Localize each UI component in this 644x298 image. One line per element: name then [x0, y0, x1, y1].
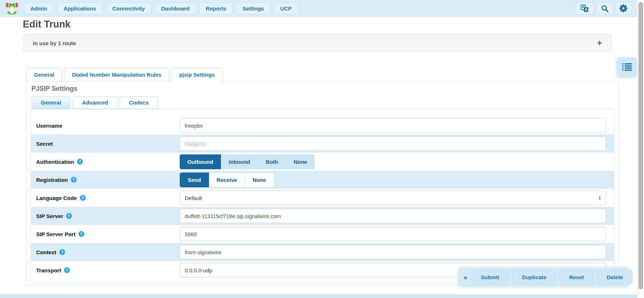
- freepbx-admin-page: AdminApplicationsConnectivityDashboardRe…: [0, 0, 644, 298]
- secret-input[interactable]: HvQpr1s: [180, 136, 606, 151]
- transport-label: Transport: [36, 267, 61, 273]
- control-cell: freepbx: [180, 118, 614, 133]
- sip-server-label: SIP Server: [36, 213, 63, 219]
- form-action-bar: » SubmitDuplicateResetDelete: [459, 268, 629, 287]
- control-cell: OutboundInboundBothNone: [180, 154, 614, 169]
- authentication-option-outbound[interactable]: Outbound: [180, 154, 221, 169]
- field-label-cell: Language Code?: [36, 195, 180, 201]
- sip-server-port-label: SIP Server Port: [36, 231, 76, 237]
- help-icon[interactable]: ?: [71, 177, 77, 183]
- nav-item-connectivity[interactable]: Connectivity: [106, 3, 152, 14]
- language-icon: A: [581, 5, 589, 12]
- help-icon[interactable]: ?: [66, 213, 72, 219]
- usage-text: In use by 1 route: [33, 40, 76, 46]
- field-label-cell: Authentication?: [36, 159, 180, 165]
- context-input[interactable]: from-signalwire: [180, 245, 606, 259]
- select-caret-icon: ▲▼: [598, 195, 601, 200]
- secret-label: Secret: [36, 141, 53, 147]
- gear-icon: [619, 4, 628, 13]
- duplicate-button[interactable]: Duplicate: [512, 270, 556, 284]
- control-cell: duffett-113115cf718e.sip.signalwire.com: [180, 209, 614, 223]
- subtab-general[interactable]: General: [31, 96, 71, 109]
- section-title: PJSIP Settings: [31, 85, 614, 93]
- reset-button[interactable]: Reset: [560, 270, 593, 284]
- footer-strip: [0, 294, 644, 298]
- help-icon[interactable]: ?: [59, 249, 65, 255]
- context-value: from-signalwire: [185, 249, 222, 255]
- username-value: freepbx: [185, 123, 203, 129]
- nav-icon-buttons: A: [575, 2, 632, 14]
- subtab-codecs[interactable]: Codecs: [120, 96, 158, 109]
- usage-panel: In use by 1 route +: [23, 34, 612, 52]
- field-row-authentication: Authentication?OutboundInboundBothNone: [31, 153, 614, 171]
- help-icon[interactable]: ?: [80, 195, 86, 201]
- authentication-radio-group: OutboundInboundBothNone: [180, 154, 315, 169]
- username-label: Username: [36, 123, 63, 129]
- search-button[interactable]: [596, 2, 613, 14]
- settings-gear-button[interactable]: [615, 2, 632, 14]
- authentication-label: Authentication: [36, 159, 74, 165]
- registration-label: Registration: [36, 177, 68, 183]
- trunk-tabs: GeneralDialed Number Manipulation Rulesp…: [26, 68, 225, 81]
- language-code-value: Default: [185, 195, 202, 201]
- authentication-option-inbound[interactable]: Inbound: [221, 154, 258, 169]
- field-row-sip-server: SIP Server?duffett-113115cf718e.sip.sign…: [31, 207, 614, 225]
- field-label-cell: Context?: [36, 249, 180, 255]
- nav-item-settings[interactable]: Settings: [236, 3, 270, 14]
- control-cell: Default▲▼: [180, 191, 614, 205]
- subtab-advanced[interactable]: Advanced: [73, 96, 118, 109]
- field-label-cell: Transport?: [36, 267, 180, 273]
- collapse-chevron-icon[interactable]: »: [464, 273, 468, 281]
- field-row-sip-server-port: SIP Server Port?5060: [31, 225, 614, 243]
- field-label-cell: Username: [36, 123, 180, 129]
- authentication-option-none[interactable]: None: [286, 154, 315, 169]
- delete-button[interactable]: Delete: [597, 270, 632, 284]
- control-cell: HvQpr1s: [180, 136, 614, 151]
- nav-item-reports[interactable]: Reports: [199, 3, 233, 14]
- field-row-context: Context?from-signalwire: [31, 243, 614, 261]
- nav-item-dashboard[interactable]: Dashboard: [155, 3, 196, 14]
- submit-button[interactable]: Submit: [472, 270, 509, 284]
- sip-server-port-input[interactable]: 5060: [180, 227, 606, 241]
- trunk-list-button[interactable]: [617, 58, 637, 76]
- help-icon[interactable]: ?: [64, 267, 70, 273]
- control-cell: from-signalwire: [180, 245, 614, 259]
- help-icon[interactable]: ?: [77, 159, 83, 165]
- registration-option-send[interactable]: Send: [180, 173, 209, 187]
- username-input[interactable]: freepbx: [180, 118, 606, 133]
- field-label-cell: SIP Server?: [36, 213, 180, 219]
- scrollbar-thumb[interactable]: [639, 2, 643, 289]
- tab-general[interactable]: General: [26, 68, 62, 81]
- field-label-cell: SIP Server Port?: [36, 231, 180, 237]
- authentication-option-both[interactable]: Both: [258, 154, 286, 169]
- sip-server-input[interactable]: duffett-113115cf718e.sip.signalwire.com: [180, 209, 606, 223]
- help-icon[interactable]: ?: [78, 231, 84, 237]
- nav-item-admin[interactable]: Admin: [24, 3, 54, 14]
- nav-item-applications[interactable]: Applications: [57, 3, 103, 14]
- tab-dialed-number-manipulation-rules[interactable]: Dialed Number Manipulation Rules: [64, 68, 170, 81]
- language-code-label: Language Code: [36, 195, 77, 201]
- control-cell: SendReceiveNone: [180, 173, 614, 187]
- expand-plus-icon[interactable]: +: [597, 39, 602, 47]
- field-label-cell: Registration?: [36, 177, 180, 183]
- action-buttons: SubmitDuplicateResetDelete: [472, 270, 632, 284]
- transport-value: 0.0.0.0-udp: [185, 267, 212, 273]
- language-button[interactable]: A: [575, 2, 594, 14]
- sip-server-port-value: 5060: [185, 231, 197, 237]
- freepbx-frog-logo[interactable]: [5, 2, 19, 15]
- scrollbar-track: [637, 0, 644, 298]
- page-title: Edit Trunk: [23, 19, 71, 30]
- field-row-secret: SecretHvQpr1s: [31, 135, 614, 153]
- registration-option-none[interactable]: None: [245, 173, 274, 187]
- search-icon: [601, 5, 609, 12]
- secret-value: HvQpr1s: [185, 141, 206, 147]
- field-row-username: Usernamefreepbx: [31, 116, 614, 135]
- nav-menu: AdminApplicationsConnectivityDashboardRe…: [24, 3, 298, 14]
- language-code-select[interactable]: Default▲▼: [180, 191, 606, 205]
- field-row-registration: Registration?SendReceiveNone: [31, 171, 614, 189]
- nav-item-ucp[interactable]: UCP: [274, 3, 298, 14]
- registration-option-receive[interactable]: Receive: [209, 173, 245, 187]
- field-label-cell: Secret: [36, 141, 180, 147]
- registration-radio-group: SendReceiveNone: [180, 173, 274, 187]
- tab-pjsip-settings[interactable]: pjsip Settings: [171, 68, 222, 82]
